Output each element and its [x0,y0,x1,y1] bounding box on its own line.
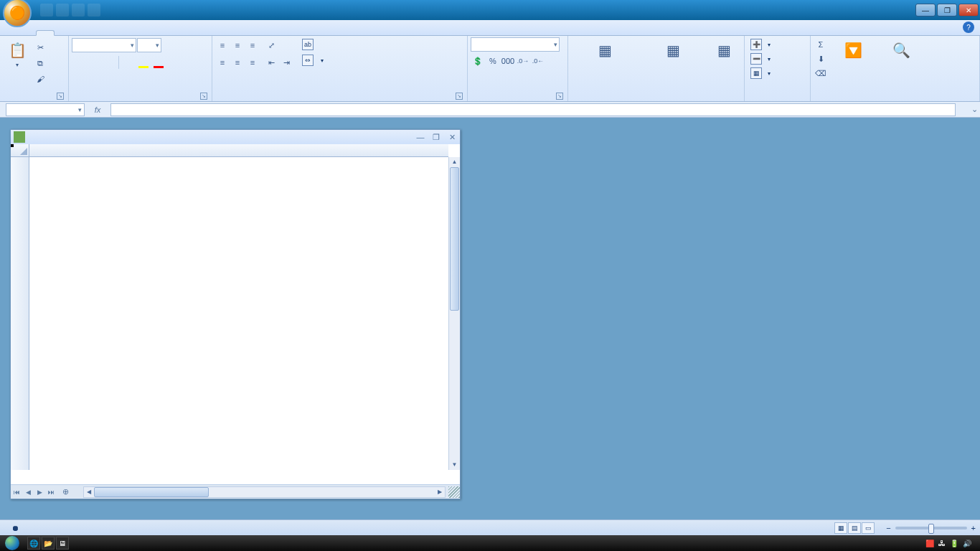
format-painter-button[interactable]: 🖌 [33,72,47,86]
qat-undo[interactable] [56,4,69,17]
horizontal-scrollbar[interactable]: ◀ ▶ [83,486,446,498]
column-headers[interactable] [29,144,448,157]
tab-data[interactable] [106,31,123,35]
orientation-button[interactable]: ⤢ [264,38,278,52]
increase-decimal-button[interactable]: .0→ [516,54,530,68]
start-button[interactable] [0,535,24,551]
select-all-button[interactable] [11,144,29,157]
increase-font-button[interactable] [162,38,176,52]
copy-button[interactable]: ⧉ [33,56,47,70]
scroll-left-arrow[interactable]: ◀ [84,487,94,497]
cell-grid[interactable] [29,157,448,470]
sort-filter-button[interactable]: 🔽 [829,37,877,63]
number-format-combo[interactable] [471,37,560,52]
tab-home[interactable] [36,30,55,36]
align-bottom-button[interactable]: ≡ [245,38,260,52]
align-top-button[interactable]: ≡ [215,38,230,52]
percent-button[interactable]: % [486,54,500,68]
tab-view[interactable] [141,31,158,35]
conditional-formatting-button[interactable]: ▦ [571,37,639,63]
merge-center-button[interactable]: ⇔▾ [299,53,326,67]
tray-power-icon[interactable]: 🔋 [950,540,958,547]
align-left-button[interactable]: ≡ [215,55,230,70]
fill-color-button[interactable] [136,55,151,70]
font-size-combo[interactable] [137,38,161,52]
comma-button[interactable]: 000 [501,54,515,68]
scroll-right-arrow[interactable]: ▶ [435,487,445,497]
vscroll-thumb[interactable] [450,167,459,311]
tray-volume-icon[interactable]: 🔊 [963,540,971,547]
alignment-dialog-launcher[interactable]: ↘ [456,93,463,100]
workbook-minimize[interactable]: — [415,133,425,142]
wrap-text-button[interactable]: ab [299,37,326,52]
row-headers[interactable] [11,157,29,470]
font-dialog-launcher[interactable]: ↘ [200,93,207,100]
align-center-button[interactable]: ≡ [230,55,245,70]
resize-grip[interactable] [448,486,460,498]
tab-formulas[interactable] [89,31,106,35]
decrease-font-button[interactable] [177,38,192,52]
tray-flag-icon[interactable]: 🟥 [925,540,934,547]
increase-indent-button[interactable]: ⇥ [279,55,293,70]
tray-network-icon[interactable]: 🖧 [938,540,946,547]
explorer-icon[interactable]: 📂 [42,537,55,550]
zoom-in-button[interactable]: + [971,524,976,532]
qat-redo[interactable] [72,4,85,17]
cut-button[interactable]: ✂ [33,40,47,55]
scroll-down-arrow[interactable]: ▼ [449,460,460,470]
scroll-up-arrow[interactable]: ▲ [449,157,460,167]
workbook-close[interactable]: ✕ [447,133,457,142]
paste-button[interactable]: 📋 ▾ [3,37,32,70]
underline-button[interactable] [102,55,116,70]
delete-cells-button[interactable]: ➖▾ [748,52,807,66]
ribbon-tabs: ? [0,20,980,36]
hscroll-thumb[interactable] [94,487,209,497]
bold-button[interactable] [72,55,86,70]
name-box[interactable] [6,103,85,116]
qat-customize[interactable] [88,4,100,17]
currency-button[interactable]: 💲 [471,54,485,68]
sheet-nav-buttons[interactable]: ⏮◀▶⏭ [11,489,57,496]
decrease-indent-button[interactable]: ⇤ [264,55,278,70]
minimize-button[interactable]: — [915,4,936,17]
align-middle-button[interactable]: ≡ [230,38,245,52]
cell-styles-button[interactable]: ▦ [707,37,741,63]
ie-icon[interactable]: 🌐 [27,537,40,550]
help-button[interactable]: ? [963,22,974,33]
zoom-out-button[interactable]: − [886,524,890,532]
qat-save[interactable] [40,4,53,17]
format-cells-button[interactable]: ▦▾ [748,66,807,80]
format-as-table-button[interactable]: ▦ [641,37,706,63]
insert-cells-button[interactable]: ➕▾ [748,37,807,52]
vertical-scrollbar[interactable]: ▲ ▼ [448,157,460,470]
maximize-button[interactable]: ❐ [937,4,957,17]
tab-page-layout[interactable] [72,31,89,35]
tab-insert[interactable] [55,31,72,35]
autosum-button[interactable]: Σ [814,37,828,52]
fx-button[interactable]: fx [90,105,105,114]
page-break-view-button[interactable]: ▭ [862,522,875,534]
tab-review[interactable] [123,31,141,35]
formula-input[interactable] [110,103,956,116]
show-desktop-icon[interactable]: 🖥 [56,537,69,550]
close-button[interactable]: ✕ [958,4,979,17]
normal-view-button[interactable]: ▦ [834,522,847,534]
find-select-button[interactable]: 🔍 [878,37,924,63]
formula-expand-button[interactable]: ⌄ [969,105,980,114]
clear-button[interactable]: ⌫ [814,66,828,80]
new-sheet-button[interactable]: ⊕ [62,487,69,496]
workbook-titlebar[interactable]: — ❐ ✕ [11,130,460,144]
page-layout-view-button[interactable]: ▤ [848,522,861,534]
fill-button[interactable]: ⬇ [814,52,828,66]
clipboard-dialog-launcher[interactable]: ↘ [57,93,64,100]
workbook-maximize[interactable]: ❐ [431,133,441,142]
align-right-button[interactable]: ≡ [245,55,260,70]
font-color-button[interactable] [151,55,166,70]
number-dialog-launcher[interactable]: ↘ [556,93,563,100]
macro-record-icon[interactable]: ⏺ [11,524,19,532]
decrease-decimal-button[interactable]: .0← [531,54,545,68]
font-name-combo[interactable] [72,38,136,52]
zoom-slider[interactable] [895,527,967,529]
borders-button[interactable] [121,55,136,70]
italic-button[interactable] [87,55,101,70]
